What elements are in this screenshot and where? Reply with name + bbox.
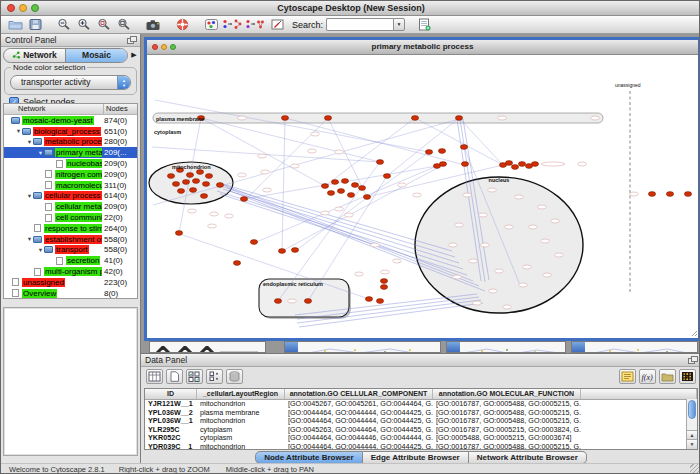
- network-node[interactable]: [200, 194, 207, 199]
- network-node[interactable]: [438, 149, 445, 154]
- col-header-id[interactable]: ID: [145, 389, 197, 399]
- zoom-selected-button[interactable]: [94, 17, 114, 32]
- network-node[interactable]: [192, 179, 199, 184]
- network-node-small[interactable]: [515, 195, 524, 199]
- tree-item[interactable]: ▼cellular process614(0): [4, 191, 137, 202]
- network-node-small[interactable]: [630, 192, 639, 196]
- network-node-small[interactable]: [541, 162, 565, 166]
- network-node-small[interactable]: [261, 170, 270, 174]
- attribute-matrix-button[interactable]: [206, 369, 223, 384]
- zoom-in-button[interactable]: [74, 17, 94, 32]
- network-node-small[interactable]: [523, 265, 532, 269]
- network-node-small[interactable]: [469, 259, 478, 263]
- table-row[interactable]: YPL036W__1mitochondrion[GO:0044464, GO:0…: [145, 417, 697, 426]
- network-node-small[interactable]: [321, 211, 330, 215]
- network-node-small[interactable]: [288, 299, 297, 303]
- network-node[interactable]: [505, 161, 512, 166]
- network-node[interactable]: [233, 261, 240, 266]
- network-node[interactable]: [291, 248, 298, 253]
- tree-item[interactable]: response to stimulu264(0): [4, 223, 137, 234]
- network-node[interactable]: [182, 180, 189, 185]
- network-node-small[interactable]: [529, 225, 538, 229]
- network-node[interactable]: [196, 170, 203, 175]
- tree-item[interactable]: cell communicat22(0): [4, 212, 137, 223]
- network-node-small[interactable]: [238, 173, 247, 177]
- network-node[interactable]: [216, 183, 223, 188]
- canvas-resize-grip[interactable]: [692, 331, 697, 336]
- network-node[interactable]: [684, 192, 691, 197]
- network-node-small[interactable]: [455, 223, 464, 227]
- tree-item[interactable]: ▼biological_process651(0): [4, 126, 137, 137]
- export-image-button[interactable]: [143, 17, 163, 32]
- table-cell-region[interactable]: plasma membrane: [197, 409, 285, 418]
- tree-item[interactable]: mosaic-demo-yeast874(0): [4, 115, 137, 126]
- table-row[interactable]: YLR295Ccytoplasm[GO:0045263, GO:0044464,…: [145, 426, 697, 435]
- network-node-small[interactable]: [498, 116, 507, 120]
- scrollbar-thumb[interactable]: [688, 400, 696, 419]
- delete-attribute-button[interactable]: [226, 369, 243, 384]
- network-node-small[interactable]: [543, 273, 552, 277]
- tree-expander-icon[interactable]: ▼: [26, 139, 33, 145]
- table-vertical-scrollbar[interactable]: ▲ ▼: [686, 399, 697, 449]
- scrollbar-down-button[interactable]: ▼: [687, 439, 697, 449]
- tree-item[interactable]: ▼transport558(0): [4, 245, 137, 256]
- tab-overflow-arrow[interactable]: ▶: [130, 51, 138, 59]
- table-cell-cellular[interactable]: [GO:0045267, GO:0045261, GO:0044464, G..…: [285, 400, 433, 409]
- network-node-small[interactable]: [413, 193, 422, 197]
- network-node[interactable]: [425, 150, 432, 155]
- network-node-small[interactable]: [495, 269, 504, 273]
- network-node-small[interactable]: [505, 225, 514, 229]
- window-titlebar[interactable]: Cytoscape Desktop (New Session): [1, 1, 700, 16]
- network-node[interactable]: [380, 279, 387, 284]
- network-node[interactable]: [376, 160, 383, 165]
- save-session-button[interactable]: [25, 17, 45, 32]
- network-node[interactable]: [175, 231, 182, 236]
- network-view-frame[interactable]: primary metabolic process: [144, 37, 700, 341]
- network-node[interactable]: [172, 182, 179, 187]
- network-node[interactable]: [383, 174, 390, 179]
- layout-region-button[interactable]: [221, 17, 244, 32]
- zoom-fit-button[interactable]: [114, 17, 134, 32]
- network-node[interactable]: [331, 180, 338, 185]
- background-window-1[interactable]: [149, 341, 266, 353]
- network-node-small[interactable]: [381, 270, 390, 274]
- attribute-list-button[interactable]: [619, 369, 636, 384]
- region-plasma-membrane[interactable]: [153, 113, 603, 123]
- tree-expander-icon[interactable]: ▼: [15, 128, 22, 134]
- network-node-small[interactable]: [291, 164, 300, 168]
- search-dropdown-button[interactable]: ▼: [393, 18, 405, 31]
- network-node-small[interactable]: [519, 283, 528, 287]
- table-row[interactable]: YKR052Ccytoplasm[GO:0044464, GO:0044446,…: [145, 434, 697, 443]
- network-node-small[interactable]: [208, 224, 217, 228]
- table-cell-region[interactable]: mitochondrion: [197, 400, 285, 409]
- network-node-small[interactable]: [453, 275, 462, 279]
- tree-item[interactable]: macromolecule311(0): [4, 180, 137, 191]
- table-cell-cellular[interactable]: [GO:0045263, GO:0044464, GO:0044455, G..…: [285, 426, 433, 435]
- network-node[interactable]: [278, 249, 285, 254]
- table-cell-id[interactable]: YPL036W__2: [145, 409, 197, 418]
- network-node[interactable]: [337, 189, 344, 194]
- network-node[interactable]: [439, 162, 446, 167]
- network-node[interactable]: [189, 188, 196, 193]
- network-node-small[interactable]: [308, 149, 317, 153]
- network-node-small[interactable]: [479, 213, 488, 217]
- network-node[interactable]: [324, 116, 331, 121]
- network-node[interactable]: [363, 195, 370, 200]
- network-node-small[interactable]: [449, 243, 458, 247]
- background-window-3[interactable]: [446, 341, 566, 353]
- network-node[interactable]: [274, 299, 281, 304]
- tree-item[interactable]: nucleobase-209(0): [4, 158, 137, 169]
- network-node-small[interactable]: [210, 212, 219, 216]
- network-node[interactable]: [511, 165, 518, 170]
- network-node-small[interactable]: [371, 243, 380, 247]
- open-session-button[interactable]: [5, 17, 25, 32]
- network-node[interactable]: [365, 297, 372, 302]
- tree-item[interactable]: ▼metabolic process280(0): [4, 137, 137, 148]
- layout-group-button[interactable]: [244, 17, 267, 32]
- network-node-small[interactable]: [238, 116, 247, 120]
- table-cell-region[interactable]: cytoplasm: [197, 434, 285, 443]
- table-cell-molecular[interactable]: [GO:0016787, GO:0005215, GO:0003824, G..…: [433, 426, 581, 435]
- network-node[interactable]: [411, 116, 418, 121]
- network-node-small[interactable]: [311, 132, 320, 136]
- network-node[interactable]: [351, 183, 358, 188]
